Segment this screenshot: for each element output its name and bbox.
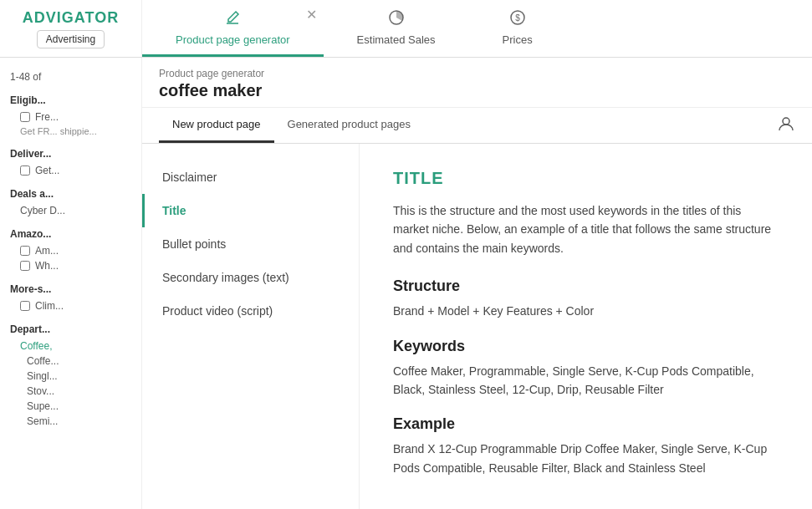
user-icon[interactable] — [777, 115, 795, 137]
nav-item-secondary-images-label: Secondary images (text) — [162, 271, 289, 284]
checkbox-free-label[interactable]: Fre... — [35, 111, 59, 123]
section-title-amazon: Amazo... — [10, 228, 131, 240]
content-header: Product page generator coffee maker — [142, 58, 812, 108]
content-area: Product page generator coffee maker New … — [142, 58, 812, 509]
sidebar-section-deals: Deals a... Cyber D... — [0, 181, 141, 221]
checkbox-clim[interactable] — [20, 301, 30, 311]
sidebar-section-more: More-s... Clim... — [0, 277, 141, 317]
list-item: Supe... — [10, 399, 131, 414]
left-nav-panel: Disclaimer Title Bullet points Secondary… — [142, 144, 360, 509]
right-content-panel: TITLE This is the structure and the most… — [360, 144, 812, 509]
list-item: Clim... — [10, 298, 131, 313]
nav-tabs: Product page generator ✕ Estimated Sales… — [142, 0, 812, 57]
breadcrumb: Product page generator — [159, 68, 795, 79]
section-title-more: More-s... — [10, 283, 131, 295]
checkbox-delivery-label[interactable]: Get... — [35, 165, 59, 176]
nav-item-bullet-points[interactable]: Bullet points — [142, 227, 359, 261]
tabs-bar: New product page Generated product pages — [142, 108, 812, 144]
section-title-deals: Deals a... — [10, 188, 131, 200]
list-item[interactable]: Coffee, — [10, 338, 131, 354]
nav-item-product-video[interactable]: Product video (script) — [142, 294, 359, 328]
subsection-title-keywords: Keywords — [393, 338, 779, 355]
tab-new-product-page[interactable]: New product page — [159, 108, 274, 143]
chart-icon — [388, 9, 405, 30]
top-nav: ADVIGATOR Advertising Product page gener… — [0, 0, 812, 58]
sidebar-section-delivery: Deliver... Get... — [0, 141, 141, 181]
main-layout: 1-48 of Eligib... Fre... Get FR... shipp… — [0, 58, 812, 509]
deals-text: Cyber D... — [20, 205, 65, 216]
nav-item-secondary-images[interactable]: Secondary images (text) — [142, 261, 359, 294]
tab-prices[interactable]: $ Prices — [469, 0, 566, 57]
svg-point-3 — [783, 118, 789, 125]
edit-icon — [224, 9, 241, 30]
nav-item-bullet-points-label: Bullet points — [162, 237, 226, 251]
section-title-eligibility: Eligib... — [10, 94, 131, 106]
list-item: Stov... — [10, 384, 131, 399]
nav-item-disclaimer[interactable]: Disclaimer — [142, 160, 359, 194]
nav-item-disclaimer-label: Disclaimer — [162, 171, 217, 184]
two-panel: Disclaimer Title Bullet points Secondary… — [142, 144, 812, 509]
tab-estimated-sales[interactable]: Estimated Sales — [324, 0, 469, 57]
logo-area: ADVIGATOR Advertising — [0, 0, 142, 57]
list-item: Get... — [10, 163, 131, 178]
dollar-icon: $ — [509, 9, 526, 30]
tab-estimated-sales-label: Estimated Sales — [357, 33, 436, 46]
subsection-content-example: Brand X 12-Cup Programmable Drip Coffee … — [393, 440, 779, 477]
checkbox-am-label[interactable]: Am... — [35, 245, 59, 257]
sidebar-section-eligibility: Eligib... Fre... Get FR... shippie... — [0, 88, 141, 141]
nav-item-title[interactable]: Title — [142, 194, 359, 227]
nav-item-title-label: Title — [162, 204, 186, 217]
list-item: Am... — [10, 243, 131, 258]
left-sidebar: 1-48 of Eligib... Fre... Get FR... shipp… — [0, 58, 142, 509]
sidebar-sub-text: Get FR... shippie... — [10, 125, 131, 138]
section-description: This is the structure and the most used … — [393, 201, 779, 257]
close-icon[interactable]: ✕ — [306, 7, 317, 23]
tab-product-page-generator-label: Product page generator — [176, 33, 290, 46]
checkbox-wh[interactable] — [20, 261, 30, 271]
section-title-department: Depart... — [10, 323, 131, 335]
subsection-title-example: Example — [393, 415, 779, 433]
checkbox-delivery[interactable] — [20, 165, 30, 176]
subsection-title-structure: Structure — [393, 277, 779, 295]
subsection-content-structure: Brand + Model + Key Features + Color — [393, 302, 779, 320]
sidebar-section-amazon: Amazo... Am... Wh... — [0, 221, 141, 277]
tab-generated-product-pages[interactable]: Generated product pages — [274, 108, 424, 143]
checkbox-free[interactable] — [20, 112, 30, 122]
sidebar-section-department: Depart... Coffee, Coffe... Singl... Stov… — [0, 317, 141, 432]
section-title-delivery: Deliver... — [10, 148, 131, 160]
sidebar-count: 1-48 of — [0, 66, 141, 88]
tab-product-page-generator[interactable]: Product page generator ✕ — [142, 0, 324, 57]
logo-suffix: IGATOR — [57, 9, 119, 26]
checkbox-clim-label[interactable]: Clim... — [35, 300, 64, 312]
checkbox-am[interactable] — [20, 246, 30, 256]
logo-text: ADVIGATOR — [23, 9, 119, 27]
list-item: Fre... — [10, 109, 131, 125]
nav-item-product-video-label: Product video (script) — [162, 304, 273, 318]
list-item: Wh... — [10, 258, 131, 273]
advertising-button[interactable]: Advertising — [37, 30, 105, 48]
list-item: Semi... — [10, 414, 131, 429]
logo-prefix: ADV — [23, 9, 57, 26]
list-item: Cyber D... — [10, 203, 131, 218]
list-item: Coffe... — [10, 354, 131, 369]
subsection-content-keywords: Coffee Maker, Programmable, Single Serve… — [393, 362, 779, 400]
svg-text:$: $ — [515, 13, 520, 23]
section-title-tag: TITLE — [393, 169, 779, 188]
page-title: coffee maker — [159, 81, 795, 100]
list-item: Singl... — [10, 369, 131, 384]
checkbox-wh-label[interactable]: Wh... — [35, 260, 59, 272]
tab-prices-label: Prices — [503, 33, 533, 46]
